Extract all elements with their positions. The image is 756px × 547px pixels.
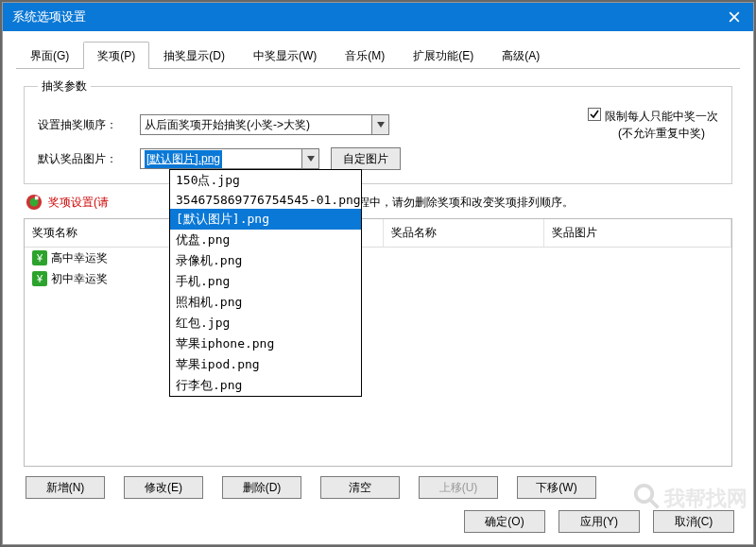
limit-label: 限制每人只能中奖一次 bbox=[605, 110, 718, 123]
ok-button[interactable]: 确定(O) bbox=[464, 510, 545, 533]
dropdown-item[interactable]: 红包.jpg bbox=[170, 313, 361, 333]
dropdown-item[interactable]: 优盘.png bbox=[170, 230, 361, 250]
chevron-down-icon bbox=[371, 115, 388, 134]
table-row[interactable]: ¥高中幸运奖 bbox=[25, 248, 731, 268]
cancel-button[interactable]: 取消(C) bbox=[653, 510, 734, 533]
table-row[interactable]: ¥初中幸运奖 bbox=[25, 268, 731, 289]
limit-checkbox[interactable] bbox=[588, 108, 601, 121]
close-button[interactable] bbox=[715, 3, 753, 31]
tab-ext[interactable]: 扩展功能(E) bbox=[399, 42, 488, 69]
tab-advanced[interactable]: 高级(A) bbox=[488, 42, 554, 69]
default-image-value: [默认图片].png bbox=[145, 150, 222, 168]
limit-sublabel: (不允许重复中奖) bbox=[605, 127, 705, 140]
default-image-label: 默认奖品图片： bbox=[38, 151, 140, 167]
svg-rect-2 bbox=[35, 197, 39, 200]
move-down-button[interactable]: 下移(W) bbox=[517, 476, 596, 499]
clear-button[interactable]: 清空 bbox=[320, 476, 400, 499]
tab-bar: 界面(G) 奖项(P) 抽奖显示(D) 中奖显示(W) 音乐(M) 扩展功能(E… bbox=[16, 41, 740, 69]
warning-icon bbox=[26, 194, 43, 211]
edit-button[interactable]: 修改(E) bbox=[124, 476, 203, 499]
image-dropdown-list[interactable]: 150点.jpg354675869776754545-01.png[默认图片].… bbox=[169, 169, 362, 397]
order-label: 设置抽奖顺序： bbox=[38, 117, 140, 133]
order-select[interactable]: 从后面奖项开始抽奖(小奖->大奖) bbox=[140, 114, 389, 135]
move-up-button[interactable]: 上移(U) bbox=[419, 476, 498, 499]
dropdown-item[interactable]: 150点.jpg bbox=[170, 170, 361, 191]
tab-prize[interactable]: 奖项(P) bbox=[83, 42, 149, 69]
custom-image-button[interactable]: 自定图片 bbox=[331, 147, 401, 170]
default-image-combobox[interactable]: [默认图片].png bbox=[140, 148, 319, 169]
prize-settings-label: 奖项设置(请 bbox=[48, 195, 109, 211]
col-prize-img[interactable]: 奖品图片 bbox=[544, 219, 731, 247]
dropdown-item[interactable]: 录像机.png bbox=[170, 250, 361, 271]
tab-draw-display[interactable]: 抽奖显示(D) bbox=[149, 42, 239, 69]
dropdown-item[interactable]: 苹果iphone.png bbox=[170, 333, 361, 354]
delete-button[interactable]: 删除(D) bbox=[222, 476, 301, 499]
add-button[interactable]: 新增(N) bbox=[26, 476, 105, 499]
apply-button[interactable]: 应用(Y) bbox=[558, 510, 640, 533]
window-title: 系统选项设置 bbox=[12, 9, 86, 26]
draw-params-legend: 抽奖参数 bbox=[38, 78, 91, 94]
draw-params-group: 抽奖参数 设置抽奖顺序： 从后面奖项开始抽奖(小奖->大奖) bbox=[24, 78, 732, 184]
chevron-down-icon bbox=[301, 149, 318, 168]
prize-list[interactable]: 奖项名称 次抽取 奖品名称 奖品图片 ¥高中幸运奖¥初中幸运奖 bbox=[24, 218, 732, 467]
dropdown-item[interactable]: 手机.png bbox=[170, 271, 361, 292]
dropdown-item[interactable]: 行李包.png bbox=[170, 375, 361, 396]
tab-win-display[interactable]: 中奖显示(W) bbox=[239, 42, 331, 69]
tab-interface[interactable]: 界面(G) bbox=[16, 42, 83, 69]
col-prize-item[interactable]: 奖品名称 bbox=[384, 219, 544, 247]
order-select-value: 从后面奖项开始抽奖(小奖->大奖) bbox=[145, 117, 310, 133]
dropdown-item[interactable]: 苹果ipod.png bbox=[170, 354, 361, 375]
dropdown-item[interactable]: 354675869776754545-01.png bbox=[170, 191, 361, 209]
dropdown-item[interactable]: [默认图片].png bbox=[170, 209, 361, 230]
dropdown-item[interactable]: 照相机.png bbox=[170, 292, 361, 313]
tab-music[interactable]: 音乐(M) bbox=[331, 42, 399, 69]
